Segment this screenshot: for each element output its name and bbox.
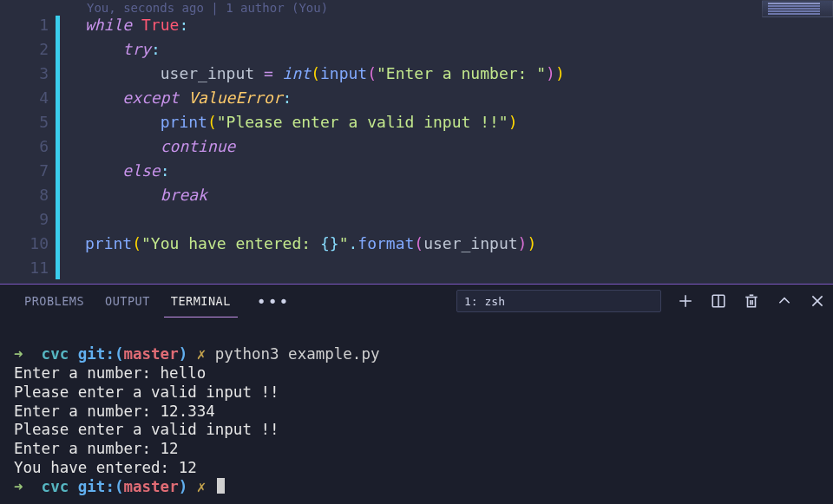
code-editor[interactable]: 1 2 3 4 5 6 7 8 9 10 11 You, seconds ago… (0, 0, 833, 284)
code-line: user_input = int(input("Enter a number: … (85, 64, 565, 82)
line-number: 4 (0, 88, 49, 107)
line-number: 3 (0, 64, 49, 82)
close-icon (810, 293, 825, 309)
line-number: 6 (0, 137, 49, 155)
line-number: 8 (0, 186, 49, 204)
code-line: print("Please enter a valid input !!") (85, 113, 518, 131)
code-line: continue (85, 137, 235, 155)
code-line: while True: (85, 16, 188, 34)
line-number: 7 (0, 161, 49, 180)
line-number: 9 (0, 210, 49, 228)
terminal-select-dropdown[interactable]: 1: zsh (456, 290, 661, 312)
code-area[interactable]: while True: try: user_input = int(input(… (52, 0, 833, 284)
terminal-output[interactable]: ➜ cvc git:(master) ✗ python3 example.py … (14, 326, 819, 504)
split-terminal-button[interactable] (710, 292, 727, 310)
maximize-panel-button[interactable] (776, 292, 793, 310)
line-number: 2 (0, 40, 49, 58)
prompt-arrow-icon: ➜ (14, 345, 32, 363)
tab-problems[interactable]: PROBLEMS (14, 285, 95, 317)
tab-output[interactable]: OUTPUT (95, 285, 161, 317)
tab-terminal[interactable]: TERMINAL (161, 285, 241, 317)
prompt-arrow-icon: ➜ (14, 478, 32, 495)
terminal-select-label: 1: zsh (464, 295, 505, 308)
code-line: print("You have entered: {}".format(user… (85, 234, 536, 252)
split-icon (711, 293, 726, 309)
terminal-cursor (217, 478, 225, 494)
chevron-up-icon (777, 293, 792, 309)
new-terminal-button[interactable] (677, 292, 694, 310)
code-line: except ValueError: (85, 88, 292, 107)
tab-overflow-icon[interactable]: ••• (241, 292, 291, 311)
code-line: try: (85, 40, 161, 58)
code-line: else: (85, 161, 170, 180)
bottom-panel: PROBLEMS OUTPUT TERMINAL ••• 1: zsh ➜ cv… (0, 285, 833, 504)
line-number: 10 (0, 234, 49, 252)
line-number: 5 (0, 113, 49, 131)
code-line: break (85, 186, 207, 204)
line-number: 11 (0, 259, 49, 277)
plus-icon (678, 293, 693, 309)
close-panel-button[interactable] (809, 292, 826, 310)
line-number-gutter: 1 2 3 4 5 6 7 8 9 10 11 (0, 0, 52, 284)
line-number: 1 (0, 16, 49, 34)
trash-icon (744, 293, 759, 309)
kill-terminal-button[interactable] (743, 292, 760, 310)
